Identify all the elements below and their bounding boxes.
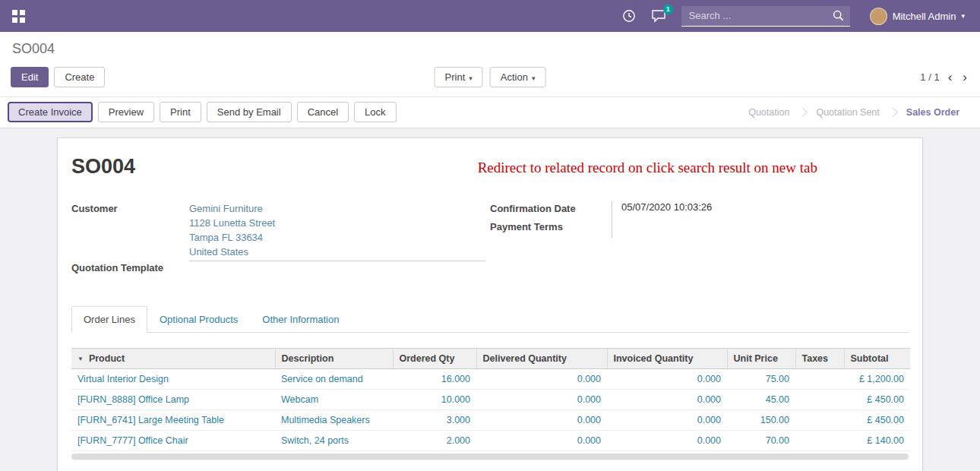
cell-unit-price: 45.00 bbox=[727, 390, 795, 410]
control-panel: SO004 Edit Create Print▾ Action▾ 1 / 1 ‹… bbox=[0, 32, 980, 96]
table-header-row: ▼Product Description Ordered Qty Deliver… bbox=[71, 349, 910, 369]
table-horizontal-scrollbar[interactable] bbox=[71, 454, 909, 460]
cell-delivered-qty: 0.000 bbox=[476, 369, 607, 390]
column-header-unit-price[interactable]: Unit Price bbox=[727, 349, 795, 369]
column-header-delivered-qty[interactable]: Delivered Quantity bbox=[476, 349, 607, 369]
print-button[interactable]: Print bbox=[160, 102, 201, 122]
tab-order-lines[interactable]: Order Lines bbox=[71, 306, 147, 333]
pager-previous-button[interactable]: ‹ bbox=[946, 71, 955, 84]
cell-invoiced-qty: 0.000 bbox=[607, 410, 727, 431]
column-header-invoiced-qty[interactable]: Invoiced Quantity bbox=[607, 349, 727, 369]
cell-subtotal: £ 450.00 bbox=[844, 390, 910, 410]
annotation-text: Redirect to related record on click sear… bbox=[478, 160, 817, 176]
cell-taxes bbox=[795, 431, 844, 451]
record-sheet: SO004 Redirect to related record on clic… bbox=[57, 138, 923, 471]
confirmation-date-value: 05/07/2020 10:03:26 bbox=[612, 201, 909, 220]
column-header-taxes[interactable]: Taxes bbox=[795, 349, 844, 369]
top-navbar: 1 Mitchell Admin ▾ bbox=[0, 0, 980, 32]
statusbar: Create Invoice Preview Print Send by Ema… bbox=[0, 96, 980, 128]
cell-product: [FURN_6741] Large Meeting Table bbox=[71, 410, 275, 431]
customer-city: Tampa FL 33634 bbox=[189, 230, 490, 245]
cell-subtotal: £ 1,200.00 bbox=[844, 369, 910, 390]
table-row[interactable]: [FURN_7777] Office Chair Switch, 24 port… bbox=[71, 431, 910, 451]
cell-description: Service on demand bbox=[275, 369, 393, 390]
cell-ordered-qty: 2.000 bbox=[393, 431, 476, 451]
send-by-email-button[interactable]: Send by Email bbox=[207, 102, 292, 122]
payment-terms-label: Payment Terms bbox=[490, 220, 612, 238]
cell-delivered-qty: 0.000 bbox=[476, 410, 607, 431]
lock-button[interactable]: Lock bbox=[354, 102, 396, 122]
customer-name-link[interactable]: Gemini Furniture bbox=[189, 201, 490, 216]
preview-button[interactable]: Preview bbox=[98, 102, 154, 122]
table-row[interactable]: Virtual Interior Design Service on deman… bbox=[71, 369, 910, 390]
messages-chat-icon[interactable]: 1 bbox=[651, 9, 666, 23]
table-row[interactable]: [FURN_6741] Large Meeting Table Multimed… bbox=[71, 410, 910, 431]
cell-delivered-qty: 0.000 bbox=[476, 390, 607, 410]
breadcrumb: SO004 bbox=[12, 41, 969, 57]
quotation-template-value[interactable] bbox=[189, 261, 485, 277]
cell-ordered-qty: 16.000 bbox=[393, 369, 476, 390]
cell-unit-price: 75.00 bbox=[727, 369, 795, 390]
edit-button[interactable]: Edit bbox=[11, 67, 49, 87]
notebook-tabs: Order Lines Optional Products Other Info… bbox=[71, 306, 909, 333]
cell-taxes bbox=[795, 410, 844, 431]
payment-terms-value[interactable] bbox=[612, 220, 909, 238]
search-input[interactable] bbox=[688, 9, 833, 22]
cell-invoiced-qty: 0.000 bbox=[607, 431, 727, 451]
cell-product: Virtual Interior Design bbox=[71, 369, 275, 390]
chevron-down-icon: ▾ bbox=[469, 74, 473, 82]
global-search-box bbox=[681, 6, 850, 27]
stage-quotation[interactable]: Quotation bbox=[738, 104, 799, 121]
stage-quotation-sent[interactable]: Quotation Sent bbox=[806, 104, 889, 121]
column-header-description[interactable]: Description bbox=[275, 349, 393, 369]
apps-grid-icon[interactable] bbox=[11, 8, 27, 24]
avatar bbox=[870, 8, 887, 25]
cell-invoiced-qty: 0.000 bbox=[607, 369, 727, 390]
chevron-down-icon: ▾ bbox=[961, 13, 965, 20]
pager-counter: 1 / 1 bbox=[920, 71, 939, 83]
search-icon[interactable] bbox=[833, 10, 844, 21]
create-invoice-button[interactable]: Create Invoice bbox=[8, 102, 93, 122]
stage-sales-order[interactable]: Sales Order bbox=[896, 104, 969, 121]
cell-unit-price: 150.00 bbox=[727, 410, 795, 431]
cell-product: [FURN_7777] Office Chair bbox=[71, 431, 275, 451]
tab-other-information[interactable]: Other Information bbox=[250, 306, 351, 333]
tab-optional-products[interactable]: Optional Products bbox=[147, 306, 250, 333]
cell-description: Multimedia Speakers bbox=[275, 410, 393, 431]
cell-taxes bbox=[795, 369, 844, 390]
cell-product: [FURN_8888] Office Lamp bbox=[71, 390, 275, 410]
customer-field-value[interactable]: Gemini Furniture 1128 Lunetta Street Tam… bbox=[189, 201, 490, 259]
confirmation-date-label: Confirmation Date bbox=[490, 201, 612, 220]
print-dropdown-button[interactable]: Print▾ bbox=[435, 67, 483, 87]
print-dropdown-label: Print bbox=[445, 71, 466, 83]
cell-subtotal: £ 450.00 bbox=[844, 410, 910, 431]
column-header-label: Product bbox=[89, 353, 125, 364]
column-header-subtotal[interactable]: Subtotal bbox=[844, 349, 910, 369]
pager-next-button[interactable]: › bbox=[960, 71, 969, 84]
customer-country: United States bbox=[189, 245, 490, 259]
record-title: SO004 bbox=[71, 155, 135, 179]
column-header-ordered-qty[interactable]: Ordered Qty bbox=[393, 349, 476, 369]
cell-description: Webcam bbox=[275, 390, 393, 410]
cell-invoiced-qty: 0.000 bbox=[607, 390, 727, 410]
cell-ordered-qty: 10.000 bbox=[393, 390, 476, 410]
action-dropdown-button[interactable]: Action▾ bbox=[490, 67, 546, 87]
user-name: Mitchell Admin bbox=[893, 11, 956, 22]
activities-clock-icon[interactable] bbox=[622, 9, 636, 23]
column-header-product[interactable]: ▼Product bbox=[71, 349, 275, 369]
cell-description: Switch, 24 ports bbox=[275, 431, 393, 451]
cell-subtotal: £ 140.00 bbox=[844, 431, 910, 451]
user-menu[interactable]: Mitchell Admin ▾ bbox=[865, 7, 969, 26]
table-row[interactable]: [FURN_8888] Office Lamp Webcam 10.000 0.… bbox=[71, 390, 910, 410]
chevron-down-icon: ▾ bbox=[532, 74, 536, 82]
pager: 1 / 1 ‹ › bbox=[920, 71, 969, 84]
order-lines-table: ▼Product Description Ordered Qty Deliver… bbox=[71, 348, 910, 451]
cancel-button[interactable]: Cancel bbox=[297, 102, 349, 122]
cell-delivered-qty: 0.000 bbox=[476, 431, 607, 451]
quotation-template-label: Quotation Template bbox=[71, 261, 189, 277]
cell-ordered-qty: 3.000 bbox=[393, 410, 476, 431]
sort-caret-icon[interactable]: ▼ bbox=[77, 356, 84, 362]
create-button[interactable]: Create bbox=[54, 67, 105, 87]
cell-taxes bbox=[795, 390, 844, 410]
action-dropdown-label: Action bbox=[501, 71, 528, 83]
